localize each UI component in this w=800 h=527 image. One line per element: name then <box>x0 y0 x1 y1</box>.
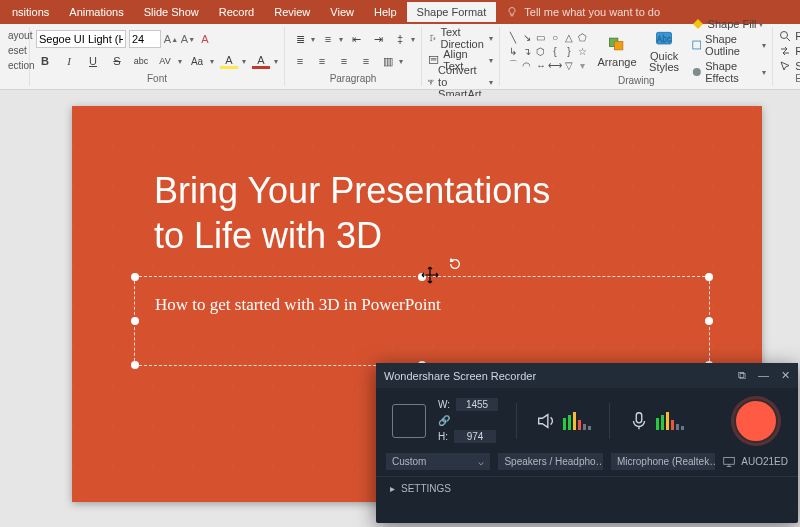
reset-opt[interactable]: eset <box>8 45 23 56</box>
bold-button[interactable]: B <box>36 52 54 70</box>
ribbon-tab-strip: nsitions Animations Slide Show Record Re… <box>0 0 800 24</box>
recorder-titlebar[interactable]: Wondershare Screen Recorder ⧉ — ✕ <box>376 363 798 388</box>
find-button[interactable]: Find <box>779 30 800 42</box>
italic-button[interactable]: I <box>60 52 78 70</box>
svg-rect-11 <box>636 412 642 422</box>
select-button[interactable]: Select▾ <box>779 60 800 72</box>
chevron-down-icon[interactable]: ▾ <box>399 57 403 66</box>
audio-level-bars <box>563 412 591 430</box>
text-direction-icon <box>428 32 436 44</box>
columns-icon[interactable]: ▥ <box>379 52 397 70</box>
text-direction-button[interactable]: Text Direction▾ <box>428 30 493 46</box>
bullets-icon[interactable]: ≣ <box>291 30 309 48</box>
shape-fill-label: Shape Fill <box>708 18 757 30</box>
chevron-down-icon[interactable]: ▾ <box>339 35 343 44</box>
capture-region-icon[interactable] <box>392 404 426 438</box>
change-case-button[interactable]: Aa <box>188 52 206 70</box>
shape-fill-button[interactable]: Shape Fill▾ <box>692 18 767 30</box>
align-right-icon[interactable]: ≡ <box>335 52 353 70</box>
slide-title[interactable]: Bring Your Presentations to Life with 3D <box>154 168 550 258</box>
chevron-down-icon: ⌵ <box>478 456 484 467</box>
arrange-button[interactable]: Arrange <box>597 34 636 68</box>
decrease-font-icon[interactable]: A▼ <box>181 32 195 46</box>
display-label: AUO21ED <box>741 456 788 467</box>
rotate-handle-icon[interactable] <box>448 257 462 271</box>
record-button[interactable] <box>734 399 778 443</box>
recorder-settings-toggle[interactable]: ▸ SETTINGS <box>376 476 798 500</box>
justify-icon[interactable]: ≡ <box>357 52 375 70</box>
close-icon[interactable]: ✕ <box>781 369 790 382</box>
subtitle-textbox[interactable]: How to get started with 3D in PowerPoint <box>134 276 710 366</box>
shape-outline-label: Shape Outline <box>705 33 760 57</box>
chevron-down-icon[interactable]: ▾ <box>411 35 415 44</box>
drawing-group: ╲↘▭○△⬠ ↳↴⬡{}☆ ⌒◠↔⟷▽▾ Arrange Abc Quick S… <box>500 27 773 86</box>
slide-subtitle[interactable]: How to get started with 3D in PowerPoint <box>155 295 441 315</box>
outline-icon <box>692 39 701 51</box>
resize-handle[interactable] <box>705 273 713 281</box>
popout-icon[interactable]: ⧉ <box>738 369 746 382</box>
region-select[interactable]: Custom⌵ <box>386 453 490 470</box>
replace-button[interactable]: Replace▾ <box>779 45 800 57</box>
increase-font-icon[interactable]: A▲ <box>164 32 178 46</box>
speaker-icon <box>535 410 557 432</box>
tab-view[interactable]: View <box>320 2 364 22</box>
chevron-down-icon: ▾ <box>759 20 763 29</box>
width-input[interactable] <box>456 398 498 411</box>
strike-button[interactable]: S <box>108 52 126 70</box>
height-input[interactable] <box>454 430 496 443</box>
quick-styles-button[interactable]: Abc Quick Styles <box>645 29 684 73</box>
tab-slideshow[interactable]: Slide Show <box>134 2 209 22</box>
shapes-gallery[interactable]: ╲↘▭○△⬠ ↳↴⬡{}☆ ⌒◠↔⟷▽▾ <box>506 31 589 72</box>
indent-out-icon[interactable]: ⇤ <box>347 30 365 48</box>
chevron-down-icon[interactable]: ▾ <box>311 35 315 44</box>
replace-label: Replace <box>795 45 800 57</box>
paragraph-group: ≣▾ ≡▾ ⇤ ⇥ ‡▾ ≡ ≡ ≡ ≡ ▥▾ Paragraph <box>285 27 422 86</box>
screen-recorder-window[interactable]: Wondershare Screen Recorder ⧉ — ✕ W: 🔗 H… <box>376 363 798 523</box>
monitor-icon <box>723 456 735 468</box>
numbering-icon[interactable]: ≡ <box>319 30 337 48</box>
mic-toggle[interactable] <box>628 410 684 432</box>
speakers-select[interactable]: Speakers / Headpho…⌵ <box>498 453 602 470</box>
display-device[interactable]: AUO21ED <box>723 456 788 468</box>
layout-opt[interactable]: ayout <box>8 30 23 41</box>
resize-handle[interactable] <box>131 317 139 325</box>
underline-button[interactable]: U <box>84 52 102 70</box>
font-family-select[interactable] <box>36 30 126 48</box>
char-spacing-button[interactable]: AV <box>156 52 174 70</box>
tab-animations[interactable]: Animations <box>59 2 133 22</box>
chevron-down-icon[interactable]: ▾ <box>274 57 278 66</box>
mic-label: Microphone (Realtek… <box>617 456 715 467</box>
section-opt[interactable]: ection <box>8 60 23 71</box>
tab-record[interactable]: Record <box>209 2 264 22</box>
font-color-button[interactable]: A <box>252 54 270 69</box>
tell-me-search[interactable]: Tell me what you want to do <box>506 6 660 18</box>
convert-smartart-button[interactable]: Convert to SmartArt▾ <box>428 74 493 90</box>
tab-review[interactable]: Review <box>264 2 320 22</box>
tab-shape-format[interactable]: Shape Format <box>407 2 497 22</box>
mic-select[interactable]: Microphone (Realtek…⌵ <box>611 453 715 470</box>
align-left-icon[interactable]: ≡ <box>291 52 309 70</box>
resize-handle[interactable] <box>131 361 139 369</box>
system-audio-toggle[interactable] <box>535 410 591 432</box>
clear-format-icon[interactable]: A <box>198 32 212 46</box>
group-label-slides <box>8 84 23 86</box>
align-center-icon[interactable]: ≡ <box>313 52 331 70</box>
chevron-down-icon[interactable]: ▾ <box>178 57 182 66</box>
smartart-icon <box>428 76 434 88</box>
tab-help[interactable]: Help <box>364 2 407 22</box>
chevron-down-icon[interactable]: ▾ <box>242 57 246 66</box>
indent-in-icon[interactable]: ⇥ <box>369 30 387 48</box>
resize-handle[interactable] <box>131 273 139 281</box>
tab-transitions[interactable]: nsitions <box>2 2 59 22</box>
font-size-select[interactable] <box>129 30 161 48</box>
line-spacing-icon[interactable]: ‡ <box>391 30 409 48</box>
highlight-button[interactable]: A <box>220 54 238 69</box>
resize-handle[interactable] <box>705 317 713 325</box>
recorder-selects: Custom⌵ Speakers / Headpho…⌵ Microphone … <box>376 453 798 476</box>
shape-outline-button[interactable]: Shape Outline▾ <box>692 33 767 57</box>
shadow-button[interactable]: abc <box>132 52 150 70</box>
minimize-icon[interactable]: — <box>758 369 769 382</box>
chevron-down-icon[interactable]: ▾ <box>210 57 214 66</box>
speakers-label: Speakers / Headpho… <box>504 456 602 467</box>
lock-aspect-icon[interactable]: 🔗 <box>438 415 450 426</box>
